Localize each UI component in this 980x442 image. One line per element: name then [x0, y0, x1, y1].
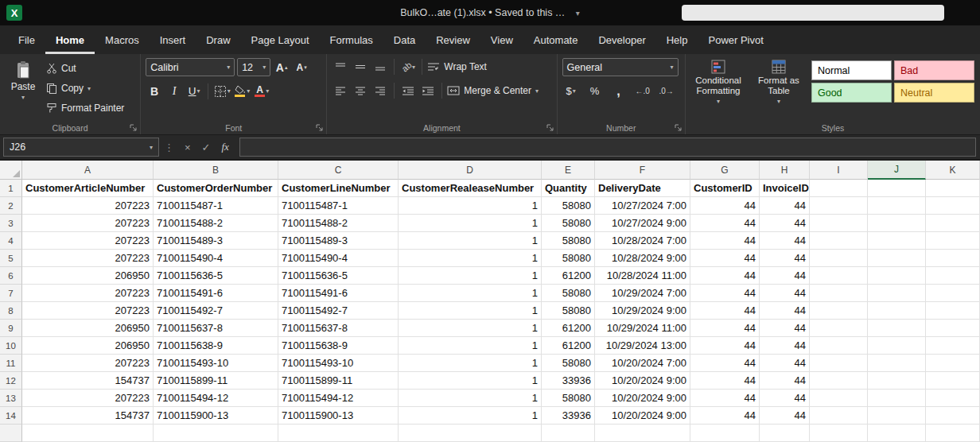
borders-button[interactable]: ▾ — [213, 83, 231, 99]
row-header-10[interactable]: 10 — [0, 337, 22, 355]
cell-D[interactable] — [399, 425, 542, 442]
cell-B13[interactable]: 7100115494-12 — [154, 390, 278, 407]
cell-K6[interactable] — [926, 267, 980, 285]
select-all-button[interactable] — [0, 161, 22, 180]
cell-C8[interactable]: 7100115492-7 — [278, 302, 399, 320]
cell-E9[interactable]: 61200 — [542, 320, 595, 337]
cell-G13[interactable]: 44 — [690, 390, 760, 407]
cell-A3[interactable]: 207223 — [22, 215, 154, 232]
cell-K3[interactable] — [926, 215, 980, 232]
increase-indent-button[interactable] — [419, 83, 437, 99]
cell-C6[interactable]: 7100115636-5 — [278, 267, 399, 285]
cell-I4[interactable] — [810, 232, 868, 250]
cell-C7[interactable]: 7100115491-6 — [278, 285, 399, 302]
tab-macros[interactable]: Macros — [95, 25, 150, 54]
decrease-indent-button[interactable] — [399, 83, 417, 99]
cell-H10[interactable]: 44 — [760, 337, 810, 355]
cell-K7[interactable] — [926, 285, 980, 302]
cell-J14[interactable] — [868, 407, 926, 425]
tab-review[interactable]: Review — [426, 25, 480, 54]
increase-font-button[interactable]: A ▴ — [273, 59, 290, 76]
cell-C1[interactable]: CustomerLineNumber — [278, 180, 399, 197]
cell-E3[interactable]: 58080 — [542, 215, 595, 232]
cell-G2[interactable]: 44 — [690, 197, 760, 215]
cell-B8[interactable]: 7100115492-7 — [154, 302, 278, 320]
cell-A[interactable] — [22, 425, 154, 442]
cell-G5[interactable]: 44 — [690, 250, 760, 267]
align-top-button[interactable] — [332, 59, 349, 76]
cell-F10[interactable]: 10/29/2024 13:00 — [595, 337, 690, 355]
row-header-1[interactable]: 1 — [0, 180, 22, 197]
row-header-12[interactable]: 12 — [0, 372, 22, 390]
cell-G8[interactable]: 44 — [690, 302, 760, 320]
cell-I[interactable] — [810, 425, 868, 442]
cell-B3[interactable]: 7100115488-2 — [154, 215, 278, 232]
cell-F8[interactable]: 10/29/2024 9:00 — [595, 302, 690, 320]
cell-B1[interactable]: CustomerOrderNumber — [154, 180, 278, 197]
cell-C10[interactable]: 7100115638-9 — [278, 337, 399, 355]
cell-H8[interactable]: 44 — [760, 302, 810, 320]
cell-H11[interactable]: 44 — [760, 355, 810, 372]
cell-A9[interactable]: 206950 — [22, 320, 154, 337]
cell-D10[interactable]: 1 — [399, 337, 542, 355]
orientation-button[interactable]: ab ▾ — [399, 59, 417, 76]
tab-insert[interactable]: Insert — [150, 25, 196, 54]
cell-H7[interactable]: 44 — [760, 285, 810, 302]
cell-B6[interactable]: 7100115636-5 — [154, 267, 278, 285]
chevron-down-icon[interactable]: ▾ — [576, 9, 580, 17]
cell-J4[interactable] — [868, 232, 926, 250]
cell-D13[interactable]: 1 — [399, 390, 542, 407]
font-size-select[interactable]: 12 ▾ — [237, 58, 270, 76]
cell-J5[interactable] — [868, 250, 926, 267]
cell-G12[interactable]: 44 — [690, 372, 760, 390]
column-header-I[interactable]: I — [810, 161, 868, 180]
cell-G3[interactable]: 44 — [690, 215, 760, 232]
cell-F5[interactable]: 10/28/2024 9:00 — [595, 250, 690, 267]
cell-J7[interactable] — [868, 285, 926, 302]
cell-H3[interactable]: 44 — [760, 215, 810, 232]
cell-F13[interactable]: 10/20/2024 9:00 — [595, 390, 690, 407]
decrease-font-button[interactable]: A ▾ — [293, 59, 310, 76]
cell-K14[interactable] — [926, 407, 980, 425]
excel-logo-icon[interactable]: X — [6, 5, 22, 21]
cell-E5[interactable]: 58080 — [542, 250, 595, 267]
cell-style-neutral[interactable]: Neutral — [894, 83, 974, 103]
cell-E12[interactable]: 33936 — [542, 372, 595, 390]
cell-C11[interactable]: 7100115493-10 — [278, 355, 399, 372]
cell-J3[interactable] — [868, 215, 926, 232]
cell-D3[interactable]: 1 — [399, 215, 542, 232]
tab-home[interactable]: Home — [45, 25, 95, 54]
align-left-button[interactable] — [332, 83, 349, 99]
cell-C12[interactable]: 7100115899-11 — [278, 372, 399, 390]
tab-formulas[interactable]: Formulas — [320, 25, 383, 54]
merge-center-button[interactable]: Merge & Center ▾ — [447, 82, 539, 99]
cell-E[interactable] — [542, 425, 595, 442]
row-header-5[interactable]: 5 — [0, 250, 22, 267]
row-header-9[interactable]: 9 — [0, 320, 22, 337]
cell-style-normal[interactable]: Normal — [811, 60, 892, 80]
search-box[interactable] — [682, 5, 944, 21]
cell-F12[interactable]: 10/20/2024 9:00 — [595, 372, 690, 390]
align-right-button[interactable] — [371, 83, 389, 99]
cell-B4[interactable]: 7100115489-3 — [154, 232, 278, 250]
cell-style-bad[interactable]: Bad — [894, 60, 974, 80]
cell-J9[interactable] — [868, 320, 926, 337]
conditional-formatting-button[interactable]: Conditional Formatting ▾ — [690, 58, 746, 121]
cell-A5[interactable]: 207223 — [22, 250, 154, 267]
row-header-7[interactable]: 7 — [0, 285, 22, 302]
cell-G[interactable] — [690, 425, 760, 442]
font-dialog-launcher-icon[interactable] — [316, 124, 323, 131]
cell-F9[interactable]: 10/29/2024 11:00 — [595, 320, 690, 337]
cell-G1[interactable]: CustomerID — [690, 180, 760, 197]
underline-button[interactable]: U ▾ — [185, 83, 203, 99]
cell-B9[interactable]: 7100115637-8 — [154, 320, 278, 337]
row-header-6[interactable]: 6 — [0, 267, 22, 285]
cell-K10[interactable] — [926, 337, 980, 355]
cell-B2[interactable]: 7100115487-1 — [154, 197, 278, 215]
cell-A12[interactable]: 154737 — [22, 372, 154, 390]
cell-F7[interactable]: 10/29/2024 7:00 — [595, 285, 690, 302]
cell-E14[interactable]: 33936 — [542, 407, 595, 425]
cell-J8[interactable] — [868, 302, 926, 320]
row-header-14[interactable]: 14 — [0, 407, 22, 425]
tab-power-pivot[interactable]: Power Pivot — [698, 25, 773, 54]
